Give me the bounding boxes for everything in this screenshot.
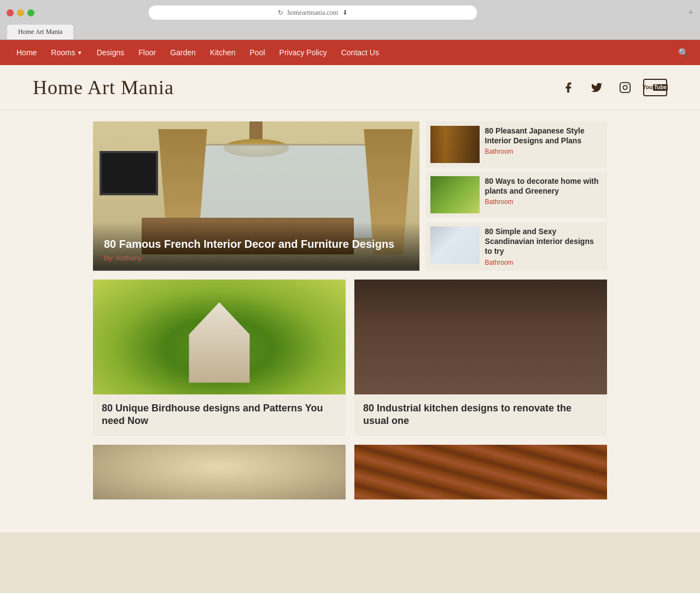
- youtube-label: You: [643, 85, 652, 90]
- minimize-button[interactable]: [17, 9, 24, 16]
- facebook-icon[interactable]: [558, 77, 579, 98]
- sidebar-article-category-1[interactable]: Bathroom: [485, 198, 603, 206]
- youtube-tube: Tube: [653, 84, 668, 91]
- address-bar[interactable]: ↻ homeartmania.com ⬇: [149, 5, 477, 20]
- room-tv: [100, 151, 158, 195]
- bottom-section: [93, 445, 607, 499]
- svg-point-1: [623, 85, 627, 89]
- svg-rect-0: [620, 83, 630, 92]
- grid-article-1[interactable]: 80 Industrial kitchen designs to renovat…: [354, 280, 607, 437]
- bottom-article-0[interactable]: [93, 445, 346, 499]
- nav-contact[interactable]: Contact Us: [336, 45, 384, 60]
- sidebar-article-content-0: 80 Pleasant Japanese Style Interior Desi…: [485, 126, 603, 155]
- nav-links: Home Rooms ▼ Designs Floor Garden Kitche…: [11, 45, 384, 60]
- sidebar-article-content-1: 80 Ways to decorate home with plants and…: [485, 176, 603, 206]
- browser-dots: [7, 9, 34, 16]
- sidebar-article-category-2[interactable]: Bathroom: [485, 259, 603, 266]
- site-wrapper: Home Rooms ▼ Designs Floor Garden Kitche…: [0, 40, 700, 532]
- bottom-article-img-1: [354, 445, 607, 499]
- sidebar-article-category-0[interactable]: Bathroom: [485, 148, 603, 155]
- dropdown-arrow-icon: ▼: [77, 50, 83, 56]
- sidebar-article-img-2: [430, 226, 480, 264]
- url-text: homeartmania.com: [288, 9, 338, 17]
- nav-home[interactable]: Home: [11, 45, 42, 60]
- refresh-icon[interactable]: ↻: [278, 9, 283, 17]
- sidebar-article-title-0: 80 Pleasant Japanese Style Interior Desi…: [485, 126, 603, 146]
- instagram-icon[interactable]: [615, 77, 635, 98]
- search-icon[interactable]: 🔍: [678, 48, 689, 58]
- featured-article-title: 80 Famous French Interior Decor and Furn…: [104, 238, 409, 251]
- nav-floor[interactable]: Floor: [133, 45, 161, 60]
- featured-main-article[interactable]: 80 Famous French Interior Decor and Furn…: [93, 121, 419, 271]
- main-content: 80 Famous French Interior Decor and Furn…: [88, 121, 612, 499]
- nav-rooms[interactable]: Rooms ▼: [45, 45, 88, 60]
- sidebar-article-content-2: 80 Simple and Sexy Scandinavian interior…: [485, 226, 603, 266]
- author-prefix: By:: [104, 254, 114, 262]
- bottom-article-img-0: [93, 445, 346, 499]
- youtube-icon[interactable]: YouTube: [643, 79, 667, 96]
- twitter-icon[interactable]: [586, 77, 607, 98]
- browser-tab[interactable]: Home Art Mania: [7, 24, 74, 39]
- grid-article-img-1: [354, 280, 607, 394]
- sidebar-article-2[interactable]: 80 Simple and Sexy Scandinavian interior…: [426, 222, 607, 271]
- featured-section: 80 Famous French Interior Decor and Furn…: [93, 121, 607, 271]
- sidebar-article-title-1: 80 Ways to decorate home with plants and…: [485, 176, 603, 196]
- sidebar-article-1[interactable]: 80 Ways to decorate home with plants and…: [426, 172, 607, 218]
- svg-point-2: [627, 84, 628, 85]
- author-name[interactable]: Anthony: [116, 254, 142, 262]
- grid-section: 80 Unique Birdhouse designs and Patterns…: [93, 280, 607, 437]
- featured-sidebar: 80 Pleasant Japanese Style Interior Desi…: [426, 121, 607, 271]
- browser-chrome: ↻ homeartmania.com ⬇ + Home Art Mania: [0, 0, 700, 40]
- grid-article-0[interactable]: 80 Unique Birdhouse designs and Patterns…: [93, 280, 346, 437]
- nav-garden[interactable]: Garden: [165, 45, 201, 60]
- nav-kitchen[interactable]: Kitchen: [205, 45, 241, 60]
- site-title: Home Art Mania: [33, 76, 174, 99]
- grid-article-content-0: 80 Unique Birdhouse designs and Patterns…: [93, 394, 346, 437]
- new-tab-button[interactable]: +: [688, 7, 693, 19]
- sidebar-article-0[interactable]: 80 Pleasant Japanese Style Interior Desi…: [426, 121, 607, 167]
- sidebar-article-img-0: [430, 126, 480, 163]
- featured-article-author: By: Anthony: [104, 254, 409, 262]
- close-button[interactable]: [7, 9, 14, 16]
- social-icons: YouTube: [558, 77, 667, 98]
- featured-overlay: 80 Famous French Interior Decor and Furn…: [93, 222, 419, 271]
- sidebar-article-img-1: [430, 176, 480, 213]
- site-header: Home Art Mania YouTube: [0, 65, 700, 111]
- grid-article-title-1: 80 Industrial kitchen designs to renovat…: [363, 402, 598, 428]
- grid-article-content-1: 80 Industrial kitchen designs to renovat…: [354, 394, 607, 437]
- nav-bar: Home Rooms ▼ Designs Floor Garden Kitche…: [0, 40, 700, 65]
- nav-privacy[interactable]: Privacy Policy: [274, 45, 332, 60]
- grid-article-img-0: [93, 280, 346, 394]
- grid-article-title-0: 80 Unique Birdhouse designs and Patterns…: [102, 402, 337, 428]
- bottom-article-1[interactable]: [354, 445, 607, 499]
- sidebar-article-title-2: 80 Simple and Sexy Scandinavian interior…: [485, 226, 603, 257]
- maximize-button[interactable]: [27, 9, 34, 16]
- nav-designs[interactable]: Designs: [91, 45, 130, 60]
- nav-pool[interactable]: Pool: [244, 45, 271, 60]
- download-icon[interactable]: ⬇: [342, 9, 348, 17]
